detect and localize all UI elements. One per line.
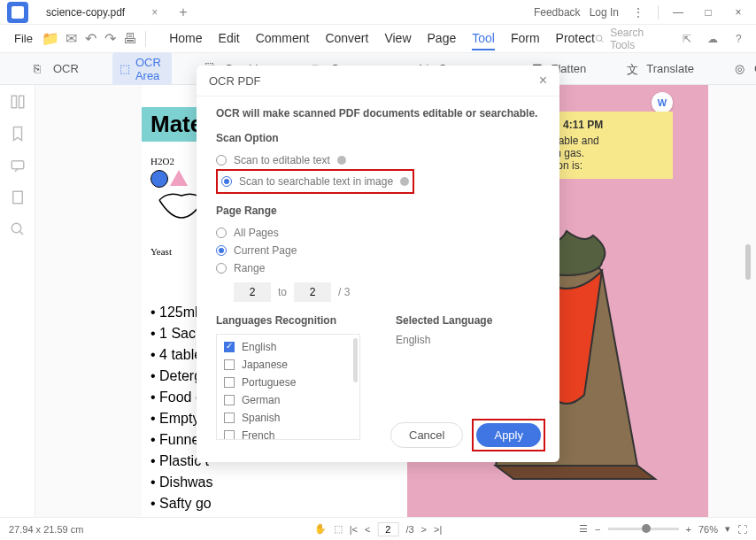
search-icon <box>595 33 605 45</box>
add-tab-icon[interactable]: + <box>179 4 187 20</box>
page-range-title: Page Range <box>216 204 540 217</box>
zoom-value[interactable]: 76% <box>698 524 718 535</box>
radio-icon <box>221 176 232 187</box>
prev-page-icon[interactable]: < <box>365 524 370 535</box>
scan-option-title: Scan Option <box>216 132 540 144</box>
lang-spanish[interactable]: Spanish <box>220 409 356 427</box>
range-option[interactable]: Range <box>216 259 540 277</box>
highlight-searchable-option: Scan to searchable text in image <box>216 169 414 194</box>
thumbnails-icon[interactable] <box>10 94 26 110</box>
search-tools[interactable]: Search Tools ⇱ ☁ ? <box>595 27 749 51</box>
scan-searchable-option[interactable]: Scan to searchable text in image <box>221 173 409 190</box>
redo-icon[interactable]: ↷ <box>103 28 119 50</box>
lang-english[interactable]: English <box>220 338 356 356</box>
current-page-option[interactable]: Current Page <box>216 242 540 259</box>
lang-portuguese[interactable]: Portuguese <box>220 374 356 391</box>
find-icon[interactable] <box>10 221 26 237</box>
bookmark-icon[interactable] <box>10 126 26 142</box>
app-icon <box>7 2 28 23</box>
tool-translate[interactable]: 文Translate <box>620 58 701 80</box>
share-icon[interactable]: ⇱ <box>678 28 695 50</box>
scan-editable-option[interactable]: Scan to editable text <box>216 151 540 169</box>
all-pages-option[interactable]: All Pages <box>216 224 540 242</box>
document-tab[interactable]: science-copy.pdf × <box>35 0 168 25</box>
title-bar: science-copy.pdf × + Feedback Log In ⋮ —… <box>0 0 756 25</box>
print-icon[interactable]: 🖶 <box>122 28 138 50</box>
login-link[interactable]: Log In <box>590 6 619 19</box>
first-page-icon[interactable]: |< <box>350 524 358 535</box>
maximize-icon[interactable]: □ <box>698 2 719 23</box>
lang-scrollbar[interactable] <box>353 338 358 382</box>
page-number-input[interactable] <box>377 522 398 536</box>
svg-rect-2 <box>12 96 16 108</box>
checkbox-icon <box>224 413 235 423</box>
nav-convert[interactable]: Convert <box>325 27 368 50</box>
modal-description: OCR will make scanned PDF documents edit… <box>216 107 540 120</box>
menu-bar: File 📁 ✉ ↶ ↷ 🖶 Home Edit Comment Convert… <box>0 25 756 53</box>
nav-edit[interactable]: Edit <box>219 27 240 50</box>
last-page-icon[interactable]: >| <box>434 524 442 535</box>
range-from-input[interactable] <box>234 282 271 302</box>
attachment-icon[interactable] <box>10 189 26 205</box>
scrollbar-thumb[interactable] <box>745 244 751 280</box>
main-nav: Home Edit Comment Convert View Page Tool… <box>169 27 595 50</box>
kebab-icon[interactable]: ⋮ <box>628 2 649 23</box>
nav-comment[interactable]: Comment <box>256 27 310 50</box>
mail-icon[interactable]: ✉ <box>63 28 79 50</box>
range-to-input[interactable] <box>294 282 331 302</box>
modal-close-icon[interactable]: × <box>539 73 547 89</box>
chevron-down-icon[interactable]: ▾ <box>725 523 730 535</box>
tool-ocr[interactable]: ⎘OCR <box>27 58 86 80</box>
selected-lang-value: English <box>396 334 540 346</box>
lang-french[interactable]: French <box>220 427 356 440</box>
nav-page[interactable]: Page <box>428 27 457 50</box>
left-sidebar <box>0 85 35 517</box>
svg-point-0 <box>596 35 602 41</box>
svg-point-6 <box>12 223 21 233</box>
cloud-icon[interactable]: ☁ <box>705 28 721 50</box>
lang-german[interactable]: German <box>220 391 356 409</box>
comment-icon[interactable] <box>10 158 26 174</box>
help-icon[interactable]: ? <box>730 28 747 50</box>
svg-rect-5 <box>12 191 22 204</box>
view-mode-icon[interactable]: ☰ <box>579 523 588 535</box>
fullscreen-icon[interactable]: ⛶ <box>737 524 747 535</box>
radio-icon <box>216 228 227 238</box>
lang-japanese[interactable]: Japanese <box>220 356 356 374</box>
next-page-icon[interactable]: > <box>421 524 427 535</box>
checkbox-icon <box>224 395 235 405</box>
checkbox-icon <box>224 377 235 388</box>
nav-home[interactable]: Home <box>169 27 202 50</box>
checkbox-icon <box>224 342 235 352</box>
zoom-slider[interactable] <box>608 528 679 530</box>
apply-button[interactable]: Apply <box>476 423 541 447</box>
hand-tool-icon[interactable]: ✋ <box>314 523 327 535</box>
close-icon[interactable]: × <box>728 2 749 23</box>
tool-ocr-area[interactable]: ⬚OCR Area <box>112 52 172 86</box>
nav-view[interactable]: View <box>384 27 411 50</box>
minimize-icon[interactable]: — <box>667 2 689 23</box>
language-list[interactable]: English Japanese Portuguese German Spani… <box>216 334 360 440</box>
radio-icon <box>216 263 227 274</box>
modal-title: OCR PDF <box>209 74 261 88</box>
tool-capture[interactable]: ◎Capture <box>728 58 756 80</box>
nav-protect[interactable]: Protect <box>556 27 595 50</box>
checkbox-icon <box>224 430 235 440</box>
fit-width-icon[interactable]: ⬚ <box>334 523 343 535</box>
info-icon[interactable] <box>337 156 346 165</box>
svg-rect-3 <box>19 96 23 108</box>
tab-close-icon[interactable]: × <box>151 6 158 19</box>
word-badge-icon[interactable]: W <box>652 92 673 113</box>
cancel-button[interactable]: Cancel <box>390 422 463 448</box>
undo-icon[interactable]: ↶ <box>82 28 98 50</box>
file-menu[interactable]: File <box>7 32 40 45</box>
feedback-link[interactable]: Feedback <box>534 6 581 19</box>
svg-line-7 <box>19 231 23 235</box>
nav-tool[interactable]: Tool <box>472 27 495 50</box>
zoom-out-icon[interactable]: − <box>595 524 600 535</box>
folder-icon[interactable]: 📁 <box>42 28 59 50</box>
zoom-in-icon[interactable]: + <box>686 524 691 535</box>
nav-form[interactable]: Form <box>511 27 540 50</box>
svg-rect-4 <box>12 161 24 169</box>
info-icon[interactable] <box>400 177 409 186</box>
